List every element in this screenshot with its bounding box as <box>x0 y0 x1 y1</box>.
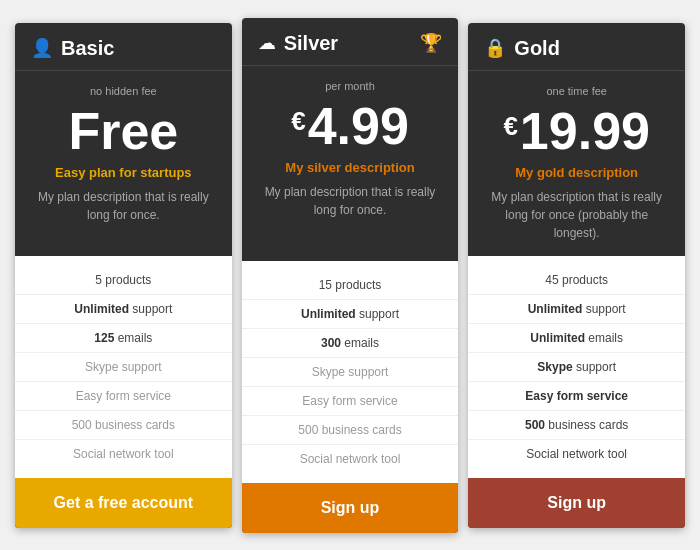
feature-item: 5 products <box>15 266 232 295</box>
feature-item: 500 business cards <box>15 411 232 440</box>
cta-button-basic[interactable]: Get a free account <box>15 478 232 528</box>
plan-features-basic: 5 productsUnlimited support125 emailsSky… <box>15 256 232 478</box>
feature-item: Unlimited support <box>468 295 685 324</box>
feature-item: Unlimited support <box>242 300 459 329</box>
feature-item: Easy form service <box>15 382 232 411</box>
plan-header-gold: 🔒Gold <box>468 23 685 71</box>
plan-silver: ☁Silver🏆per month€4.99My silver descript… <box>242 18 459 533</box>
feature-item: 45 products <box>468 266 685 295</box>
currency-silver: € <box>291 108 305 134</box>
plan-pricing-basic: no hidden feeFreeEasy plan for startupsM… <box>15 71 232 256</box>
feature-item: Skype support <box>242 358 459 387</box>
plan-basic: 👤Basicno hidden feeFreeEasy plan for sta… <box>15 23 232 528</box>
feature-item: Social network tool <box>242 445 459 473</box>
plan-cta-basic: Get a free account <box>15 478 232 528</box>
plan-price-basic: Free <box>31 105 216 157</box>
plan-pricing-gold: one time fee€19.99My gold descriptionMy … <box>468 71 685 256</box>
basic-icon: 👤 <box>31 37 53 59</box>
plan-name-silver: Silver <box>284 32 338 55</box>
plan-header-silver: ☁Silver🏆 <box>242 18 459 66</box>
feature-item: Unlimited support <box>15 295 232 324</box>
plan-gold: 🔒Goldone time fee€19.99My gold descripti… <box>468 23 685 528</box>
plan-subtitle-silver: My silver description <box>258 160 443 175</box>
plan-description-basic: My plan description that is really long … <box>31 188 216 224</box>
plan-features-silver: 15 productsUnlimited support300 emailsSk… <box>242 261 459 483</box>
plan-badge-silver: 🏆 <box>420 32 442 54</box>
feature-item: 500 business cards <box>242 416 459 445</box>
plan-features-gold: 45 productsUnlimited supportUnlimited em… <box>468 256 685 478</box>
plan-period-basic: no hidden fee <box>31 85 216 101</box>
cta-button-gold[interactable]: Sign up <box>468 478 685 528</box>
plan-cta-gold: Sign up <box>468 478 685 528</box>
plan-period-silver: per month <box>258 80 443 96</box>
price-value-gold: 19.99 <box>520 105 650 157</box>
feature-item: Social network tool <box>15 440 232 468</box>
plan-price-silver: €4.99 <box>258 100 443 152</box>
price-value-silver: 4.99 <box>308 100 409 152</box>
feature-item: 500 business cards <box>468 411 685 440</box>
plan-cta-silver: Sign up <box>242 483 459 533</box>
feature-item: Easy form service <box>242 387 459 416</box>
feature-item: Skype support <box>468 353 685 382</box>
feature-item: Skype support <box>15 353 232 382</box>
currency-gold: € <box>503 113 517 139</box>
cta-button-silver[interactable]: Sign up <box>242 483 459 533</box>
plan-subtitle-basic: Easy plan for startups <box>31 165 216 180</box>
plan-description-silver: My plan description that is really long … <box>258 183 443 219</box>
plan-period-gold: one time fee <box>484 85 669 101</box>
plan-description-gold: My plan description that is really long … <box>484 188 669 242</box>
gold-icon: 🔒 <box>484 37 506 59</box>
plan-price-gold: €19.99 <box>484 105 669 157</box>
plan-name-basic: Basic <box>61 37 114 60</box>
plan-name-gold: Gold <box>514 37 560 60</box>
feature-item: 15 products <box>242 271 459 300</box>
price-value-basic: Free <box>68 105 178 157</box>
feature-item: Social network tool <box>468 440 685 468</box>
plan-pricing-silver: per month€4.99My silver descriptionMy pl… <box>242 66 459 261</box>
feature-item: Unlimited emails <box>468 324 685 353</box>
plan-header-basic: 👤Basic <box>15 23 232 71</box>
plan-subtitle-gold: My gold description <box>484 165 669 180</box>
feature-item: 300 emails <box>242 329 459 358</box>
feature-item: Easy form service <box>468 382 685 411</box>
feature-item: 125 emails <box>15 324 232 353</box>
pricing-container: 👤Basicno hidden feeFreeEasy plan for sta… <box>10 23 690 528</box>
silver-icon: ☁ <box>258 32 276 54</box>
